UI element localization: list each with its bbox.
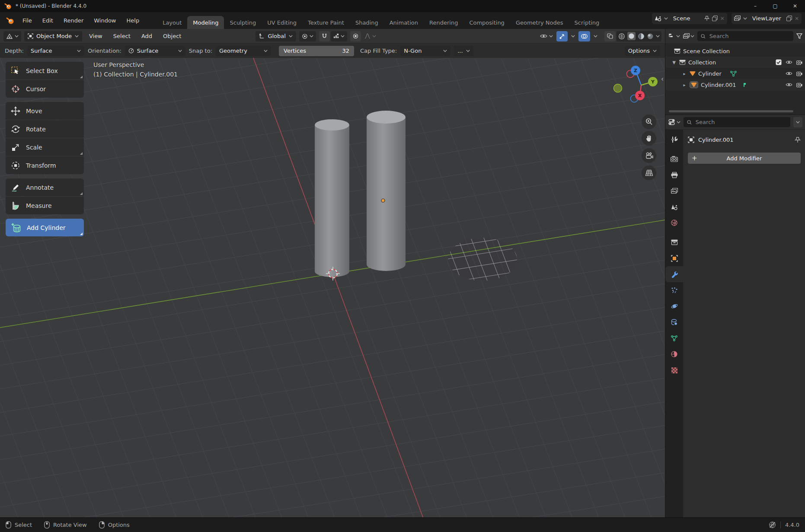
- outliner-horizontal-scrollbar[interactable]: [669, 110, 793, 112]
- tab-geometry-nodes[interactable]: Geometry Nodes: [510, 16, 569, 29]
- shading-wireframe-icon[interactable]: [618, 33, 625, 40]
- gizmos-toggle[interactable]: [556, 31, 568, 41]
- tab-compositing[interactable]: Compositing: [463, 16, 510, 29]
- eye-icon[interactable]: [786, 60, 792, 64]
- xray-toggle[interactable]: [604, 31, 616, 41]
- outliner-row-cylinder[interactable]: ▸ Cylinder: [665, 68, 805, 79]
- overlays-toggle[interactable]: [578, 31, 590, 41]
- tab-world-properties[interactable]: [665, 215, 683, 231]
- pin-icon[interactable]: [795, 137, 801, 143]
- transform-orientation-dropdown[interactable]: Global: [256, 31, 296, 41]
- outliner-row-cylinder-001[interactable]: ▸ Cylinder.001: [665, 79, 805, 90]
- tab-tool-properties[interactable]: [665, 131, 683, 147]
- tab-modifier-properties[interactable]: [665, 266, 683, 282]
- menu-add[interactable]: Add: [137, 31, 156, 41]
- tool-measure[interactable]: Measure: [6, 197, 84, 214]
- menu-object[interactable]: Object: [159, 31, 185, 41]
- tool-move[interactable]: Move: [6, 102, 84, 120]
- options-dropdown[interactable]: Options: [625, 46, 660, 56]
- duplicate-icon[interactable]: [786, 16, 792, 21]
- pivot-point-dropdown[interactable]: [299, 31, 316, 41]
- tab-layout[interactable]: Layout: [157, 16, 187, 29]
- tool-transform[interactable]: Transform: [6, 156, 84, 174]
- outliner-row-collection[interactable]: ▼ Collection: [665, 57, 805, 68]
- viewlayer-selector[interactable]: ViewLayer ✕: [732, 13, 802, 24]
- tab-rendering[interactable]: Rendering: [424, 16, 463, 29]
- tab-texture-paint[interactable]: Texture Paint: [302, 16, 350, 29]
- tab-constraint-properties[interactable]: [665, 314, 683, 330]
- tab-scene-properties[interactable]: [665, 199, 683, 215]
- visibility-dropdown[interactable]: [537, 31, 556, 41]
- tab-particle-properties[interactable]: [665, 282, 683, 298]
- tab-texture-properties[interactable]: [665, 362, 683, 378]
- tool-select-box[interactable]: Select Box: [6, 62, 84, 80]
- sidebar-collapse-arrow[interactable]: ‹: [661, 75, 664, 83]
- tab-render-properties[interactable]: [665, 151, 683, 167]
- properties-search-input[interactable]: [695, 118, 787, 126]
- tab-uv-editing[interactable]: UV Editing: [262, 16, 302, 29]
- tab-physics-properties[interactable]: [665, 298, 683, 314]
- camera-icon[interactable]: [796, 71, 802, 76]
- tool-add-cylinder[interactable]: Add Cylinder: [6, 219, 84, 236]
- outliner-search[interactable]: [697, 31, 793, 41]
- tab-object-properties[interactable]: [665, 250, 683, 266]
- mode-dropdown[interactable]: Object Mode: [24, 31, 82, 41]
- shading-rendered-icon[interactable]: [647, 33, 654, 40]
- tab-modeling[interactable]: Modeling: [187, 16, 224, 29]
- perspective-toggle-button[interactable]: [642, 166, 656, 180]
- outliner-display-mode-button[interactable]: [683, 33, 694, 39]
- tab-sculpting[interactable]: Sculpting: [224, 16, 262, 29]
- eye-icon[interactable]: [786, 71, 792, 76]
- outliner-row-scene-collection[interactable]: Scene Collection: [665, 45, 805, 57]
- proportional-falloff-dropdown[interactable]: [362, 31, 379, 41]
- gizmos-dropdown[interactable]: [569, 31, 578, 41]
- duplicate-icon[interactable]: [712, 16, 718, 21]
- camera-view-button[interactable]: [642, 148, 656, 163]
- breadcrumb-object-name[interactable]: Cylinder.001: [698, 137, 734, 143]
- remove-icon[interactable]: ✕: [795, 16, 799, 22]
- outliner-editor-type-button[interactable]: [668, 33, 680, 39]
- editor-type-button[interactable]: [3, 31, 21, 41]
- pin-icon[interactable]: [704, 16, 709, 21]
- camera-icon[interactable]: [796, 60, 802, 65]
- expand-caret-icon[interactable]: ▸: [682, 83, 687, 87]
- tab-animation[interactable]: Animation: [384, 16, 424, 29]
- scene-name[interactable]: Scene: [671, 15, 702, 22]
- snap-target-dropdown[interactable]: [331, 31, 347, 41]
- properties-options-button[interactable]: [793, 117, 802, 127]
- add-modifier-button[interactable]: + Add Modifier: [688, 153, 801, 164]
- properties-search[interactable]: [684, 117, 790, 127]
- tab-scripting[interactable]: Scripting: [569, 16, 605, 29]
- unlink-icon[interactable]: ✕: [720, 16, 725, 22]
- tab-shading[interactable]: Shading: [350, 16, 384, 29]
- more-options-dropdown[interactable]: ...: [454, 46, 473, 56]
- scene-selector[interactable]: Scene ✕: [652, 13, 727, 24]
- expand-caret-icon[interactable]: ▼: [671, 60, 677, 65]
- overlays-dropdown[interactable]: [591, 31, 600, 41]
- menu-render[interactable]: Render: [59, 15, 88, 26]
- menu-help[interactable]: Help: [122, 15, 144, 26]
- outliner-search-input[interactable]: [709, 32, 790, 40]
- tab-material-properties[interactable]: [665, 346, 683, 362]
- tool-annotate[interactable]: Annotate: [6, 178, 84, 196]
- tool-rotate[interactable]: Rotate: [6, 120, 84, 138]
- 3d-viewport[interactable]: User Perspective (1) Collection | Cylind…: [0, 58, 665, 517]
- proportional-editing-toggle[interactable]: [350, 31, 361, 41]
- tab-output-properties[interactable]: [665, 167, 683, 183]
- tool-cursor[interactable]: Cursor: [6, 80, 84, 98]
- zoom-button[interactable]: [642, 115, 656, 129]
- navigation-gizmo[interactable]: Z Y X: [612, 60, 665, 110]
- menu-file[interactable]: File: [18, 15, 37, 26]
- tool-scale[interactable]: Scale: [6, 138, 84, 156]
- tab-data-properties[interactable]: [665, 330, 683, 346]
- menu-window[interactable]: Window: [89, 15, 121, 26]
- checkbox-icon[interactable]: [776, 59, 782, 65]
- orientation-dropdown[interactable]: Surface: [125, 46, 185, 56]
- menu-edit[interactable]: Edit: [38, 15, 58, 26]
- camera-icon[interactable]: [796, 82, 802, 87]
- eye-icon[interactable]: [786, 83, 792, 87]
- vertices-field[interactable]: Vertices 32: [279, 46, 354, 56]
- snap-to-dropdown[interactable]: Geometry: [216, 46, 271, 56]
- blender-menu-icon[interactable]: [3, 17, 17, 24]
- filter-icon[interactable]: [796, 33, 802, 39]
